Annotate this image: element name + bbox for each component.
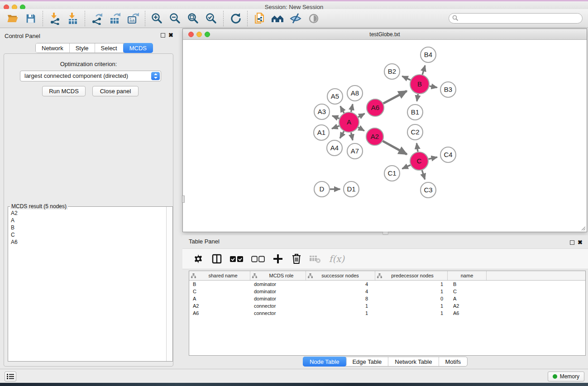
edge-A-A1[interactable] (332, 126, 339, 129)
close-table-panel-icon[interactable]: ✖ (578, 239, 583, 246)
memory-button[interactable]: Memory (548, 372, 584, 381)
export-table-button[interactable] (106, 10, 124, 27)
tab-network-table[interactable]: Network Table (388, 357, 439, 366)
run-mcds-button[interactable]: Run MCDS (42, 86, 86, 96)
table-cell: 8 (306, 295, 375, 302)
dropdown-stepper-icon[interactable] (151, 72, 160, 80)
gear-icon (193, 253, 204, 264)
export-image-button[interactable] (124, 10, 142, 27)
table-row[interactable]: Adominator80A (189, 295, 585, 302)
edge-A6-B[interactable] (383, 91, 407, 104)
delete-column-button[interactable] (291, 252, 302, 266)
column-header-MCDS-role[interactable]: MCDS role (250, 271, 306, 280)
edge-B-B2[interactable] (402, 76, 411, 80)
window-edge-handle[interactable] (182, 195, 185, 203)
export-network-button[interactable] (88, 10, 106, 27)
result-item[interactable]: A2 (11, 210, 163, 217)
task-history-button[interactable] (5, 372, 16, 381)
tab-edge-table[interactable]: Edge Table (346, 357, 388, 366)
result-item[interactable]: A6 (11, 238, 163, 246)
refresh-button[interactable] (226, 10, 244, 27)
edge-B-B1[interactable] (417, 94, 418, 101)
open-session-button[interactable] (4, 10, 22, 27)
network-canvas[interactable]: B4B2BB3A5A8A6B1A3AA1C2A2A4A7C4CC1C3DD1 (183, 40, 587, 232)
edge-A-A6[interactable] (358, 114, 364, 117)
edge-A-A2[interactable] (358, 127, 364, 131)
hide-graphics-details-button[interactable] (287, 10, 305, 27)
export-table-icon (109, 12, 121, 25)
node-label-A6: A6 (371, 104, 379, 111)
edge-B-B3[interactable] (430, 86, 437, 87)
table-row[interactable]: Bdominator41B (189, 281, 585, 288)
node-table[interactable]: shared nameMCDS rolesuccessor nodesprede… (189, 271, 586, 356)
close-panel-icon[interactable]: ✖ (168, 32, 173, 38)
result-item[interactable]: B (11, 224, 163, 231)
float-panel-icon[interactable] (161, 33, 165, 38)
node-label-B3: B3 (444, 86, 452, 93)
resize-grip-icon[interactable] (580, 225, 586, 231)
tab-motifs[interactable]: Motifs (439, 357, 467, 366)
criterion-dropdown[interactable]: largest connected component (directed) (20, 71, 161, 81)
zoom-selected-button[interactable] (202, 10, 220, 27)
table-settings-button[interactable] (192, 252, 204, 266)
edge-A-A4[interactable] (340, 131, 344, 138)
edge-A-A7[interactable] (351, 133, 353, 140)
home-view-button[interactable] (268, 10, 287, 27)
eye-icon (307, 12, 320, 25)
result-item[interactable]: C (11, 231, 163, 238)
application-window: Session: New Session Control Panel ✖ (0, 0, 588, 386)
tab-node-table[interactable]: Node Table (303, 357, 347, 367)
network-graph[interactable]: B4B2BB3A5A8A6B1A3AA1C2A2A4A7C4CC1C3DD1 (183, 40, 587, 232)
clone-network-button[interactable] (250, 10, 268, 27)
select-all-button[interactable] (229, 252, 244, 266)
add-column-button[interactable] (272, 252, 284, 266)
table-row[interactable]: A6connector11A6 (189, 310, 585, 317)
table-cell: A6 (448, 310, 487, 317)
search-input[interactable] (449, 13, 583, 24)
table-cell: 1 (375, 302, 448, 310)
zoom-in-button[interactable] (148, 10, 166, 27)
edge-A-A8[interactable] (351, 104, 353, 112)
import-table-button[interactable] (64, 10, 82, 27)
main-titlebar[interactable]: Session: New Session (0, 1, 588, 9)
zoom-in-icon (151, 12, 163, 25)
graphics-details-button[interactable] (305, 10, 323, 27)
float-table-panel-icon[interactable] (570, 240, 574, 245)
network-window-titlebar[interactable]: testGlobe.txt (183, 29, 587, 40)
zoom-out-button[interactable] (166, 10, 184, 27)
save-session-button[interactable] (22, 10, 40, 27)
show-columns-button[interactable] (211, 252, 223, 266)
edge-C-C4[interactable] (429, 157, 437, 159)
tab-mcds[interactable]: MCDS (123, 43, 153, 53)
edge-C-C1[interactable] (402, 165, 411, 169)
result-item[interactable]: A (11, 217, 163, 224)
mcds-result-list[interactable]: A2ABCA6 (8, 208, 166, 361)
column-header-shared-name[interactable]: shared name (189, 271, 250, 280)
edge-B-B4[interactable] (422, 66, 425, 75)
toolbar-separator (43, 11, 43, 26)
tab-style[interactable]: Style (70, 43, 95, 52)
column-header-predecessor-nodes[interactable]: predecessor nodes (375, 271, 448, 280)
column-header-successor-nodes[interactable]: successor nodes (306, 271, 375, 280)
edge-A2-C[interactable] (383, 141, 407, 154)
deselect-all-button[interactable] (251, 252, 265, 266)
result-scrollbar[interactable] (166, 207, 172, 361)
table-row[interactable]: A2connector11A2 (189, 302, 585, 310)
edge-C-C3[interactable] (422, 170, 425, 179)
edge-A-A5[interactable] (340, 106, 344, 113)
close-panel-button[interactable]: Close panel (92, 86, 139, 96)
import-network-button[interactable] (46, 10, 64, 27)
table-cell: C (448, 288, 487, 295)
zoom-fit-button[interactable] (184, 10, 202, 27)
search-icon (452, 15, 459, 21)
splitter-grip[interactable] (382, 232, 388, 235)
table-row[interactable]: Cdominator41C (189, 288, 585, 295)
tab-network[interactable]: Network (36, 43, 70, 52)
edge-A-A3[interactable] (332, 116, 339, 119)
edge-C-C2[interactable] (416, 143, 418, 152)
tab-select[interactable]: Select (95, 43, 124, 52)
node-label-C4: C4 (444, 151, 452, 158)
node-label-A1: A1 (317, 129, 325, 136)
plus-icon (273, 254, 283, 264)
column-header-name[interactable]: name (448, 271, 487, 280)
